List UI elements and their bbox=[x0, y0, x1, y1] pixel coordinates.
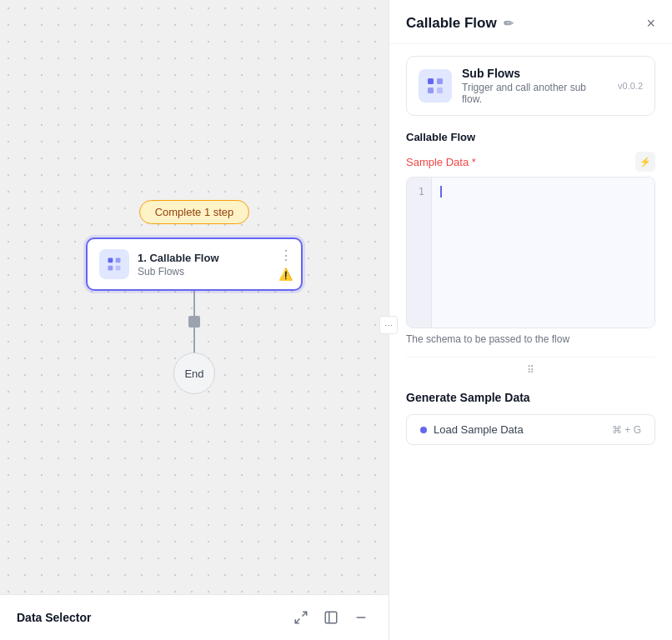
plugin-card: Sub Flows Trigger and call another sub f… bbox=[406, 56, 655, 116]
panel-collapse-handle[interactable]: ⋯ bbox=[379, 316, 398, 334]
plugin-name: Sub Flows bbox=[462, 67, 608, 80]
generate-section: Generate Sample Data Load Sample Data ⌘ … bbox=[389, 382, 672, 453]
node-subtitle: Sub Flows bbox=[138, 266, 289, 278]
line-numbers: 1 bbox=[407, 178, 432, 328]
expand-button[interactable] bbox=[290, 607, 312, 628]
panel-title-text: Callable Flow bbox=[406, 15, 497, 32]
section-label: Callable Flow bbox=[389, 128, 672, 152]
right-panel: Callable Flow ✏ × Sub Flows Trigger and … bbox=[389, 0, 672, 640]
code-editor-inner: 1 bbox=[407, 178, 654, 328]
cursor bbox=[440, 186, 442, 198]
node-info: 1. Callable Flow Sub Flows bbox=[138, 252, 289, 278]
sidebar-toggle-button[interactable] bbox=[320, 607, 342, 628]
edit-title-icon[interactable]: ✏ bbox=[504, 17, 514, 30]
plugin-version: v0.0.2 bbox=[618, 81, 643, 91]
end-node: End bbox=[173, 352, 215, 394]
node-warning-icon: ⚠️ bbox=[278, 268, 293, 281]
canvas-area: Complete 1 step 1. Callable Flow Sub Flo… bbox=[0, 0, 389, 640]
bottom-bar: Data Selector bbox=[0, 594, 389, 640]
connector-line-1 bbox=[193, 291, 195, 316]
flow-node[interactable]: 1. Callable Flow Sub Flows ⋮ ⚠️ bbox=[86, 238, 303, 291]
svg-rect-2 bbox=[108, 266, 113, 271]
load-sample-dot bbox=[420, 427, 427, 433]
svg-rect-6 bbox=[325, 612, 337, 623]
panel-header: Callable Flow ✏ × bbox=[389, 0, 672, 44]
canvas-content: Complete 1 step 1. Callable Flow Sub Flo… bbox=[86, 200, 303, 394]
svg-rect-0 bbox=[108, 258, 113, 263]
section-divider: ⠿ bbox=[389, 358, 672, 382]
field-icon[interactable]: ⚡ bbox=[635, 152, 655, 172]
svg-line-4 bbox=[303, 612, 307, 616]
data-selector-title: Data Selector bbox=[17, 611, 91, 624]
generate-title: Generate Sample Data bbox=[406, 391, 655, 404]
minimize-button[interactable] bbox=[350, 607, 372, 628]
plugin-info: Sub Flows Trigger and call another sub f… bbox=[462, 67, 608, 105]
node-title: 1. Callable Flow bbox=[138, 252, 289, 264]
divider-icon: ⠿ bbox=[527, 364, 534, 376]
svg-rect-9 bbox=[428, 78, 434, 84]
node-menu-button[interactable]: ⋮ bbox=[279, 248, 293, 263]
code-editor[interactable]: 1 bbox=[406, 177, 655, 328]
collapse-icon: ⋯ bbox=[384, 321, 393, 330]
svg-line-5 bbox=[295, 619, 299, 623]
svg-rect-11 bbox=[428, 88, 434, 93]
panel-title: Callable Flow ✏ bbox=[406, 15, 514, 32]
plugin-description: Trigger and call another sub flow. bbox=[462, 82, 608, 105]
field-label: Sample Data * ⚡ bbox=[389, 152, 672, 177]
complete-step-badge: Complete 1 step bbox=[139, 200, 250, 224]
svg-rect-1 bbox=[116, 258, 121, 263]
load-sample-shortcut: ⌘ + G bbox=[612, 424, 641, 436]
connector-line-2 bbox=[193, 328, 195, 352]
close-panel-button[interactable]: × bbox=[646, 16, 655, 31]
field-hint: The schema to be passed to the flow bbox=[389, 328, 672, 357]
svg-rect-3 bbox=[116, 266, 121, 271]
load-sample-label: Load Sample Data bbox=[434, 423, 524, 436]
bottom-bar-actions bbox=[290, 607, 372, 628]
field-label-text: Sample Data * bbox=[406, 156, 476, 168]
svg-rect-10 bbox=[437, 78, 443, 84]
svg-rect-12 bbox=[437, 88, 443, 93]
connector-square bbox=[188, 316, 200, 328]
code-content[interactable] bbox=[432, 178, 654, 328]
plugin-icon bbox=[419, 69, 452, 102]
load-sample-button[interactable]: Load Sample Data ⌘ + G bbox=[406, 414, 655, 445]
node-icon bbox=[99, 249, 129, 279]
